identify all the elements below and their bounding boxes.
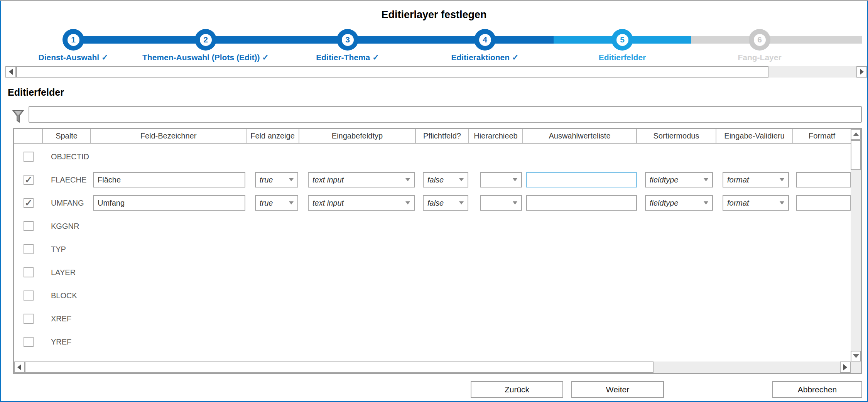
chevron-down-icon — [405, 201, 410, 204]
table-body: OBJECTID ✓ FLAECHE true text input false… — [14, 144, 851, 361]
table-row: KGGNR — [14, 215, 851, 238]
scroll-left-button[interactable] — [14, 361, 25, 373]
scrollbar-thumb[interactable] — [16, 66, 768, 78]
chevron-down-icon — [459, 178, 464, 181]
step-label: Fang-Layer — [738, 53, 781, 62]
column-name: OBJECTID — [43, 152, 89, 161]
step-label: Editier-Thema ✓ — [316, 53, 379, 62]
step-circle[interactable]: 4 — [474, 29, 496, 51]
table-row: TYP — [14, 238, 851, 261]
step-circle[interactable]: 2 — [195, 29, 216, 51]
step-number: 4 — [479, 34, 491, 46]
step-number: 3 — [342, 34, 354, 46]
step-circle[interactable]: 1 — [62, 29, 84, 51]
row-checkbox[interactable] — [24, 314, 34, 324]
column-name: XREF — [43, 314, 71, 323]
scroll-right-button[interactable] — [840, 361, 851, 373]
column-name: BLOCK — [43, 291, 77, 300]
formatfeld-input[interactable] — [796, 172, 851, 187]
chevron-down-icon — [704, 178, 708, 181]
row-checkbox[interactable] — [24, 221, 34, 231]
table-vertical-scrollbar[interactable] — [851, 129, 861, 373]
header-checkbox-col — [14, 129, 43, 143]
step-circle[interactable]: 5 — [611, 29, 633, 51]
header-auswahlwerteliste: Auswahlwerteliste — [523, 129, 637, 143]
back-button[interactable]: Zurück — [471, 381, 563, 398]
feld-bezeichner-input[interactable] — [93, 172, 245, 187]
scroll-right-button[interactable] — [856, 66, 867, 78]
table-row: ✓ FLAECHE true text input false fieldtyp… — [14, 168, 851, 191]
header-feld-bezeichner: Feld-Bezeichner — [91, 129, 247, 143]
formatfeld-input[interactable] — [796, 195, 851, 211]
dropdown-value: true — [260, 199, 273, 208]
scroll-left-icon — [9, 69, 13, 75]
eingabefeldtyp-dropdown[interactable]: text input — [308, 195, 415, 211]
scroll-right-icon — [860, 69, 864, 75]
header-feld-anzeigen: Feld anzeige — [247, 129, 299, 143]
pflichtfeld-dropdown[interactable]: false — [423, 172, 468, 187]
column-name: TYP — [43, 245, 66, 254]
scroll-up-icon — [853, 132, 859, 136]
table-horizontal-scrollbar[interactable] — [14, 361, 851, 373]
chevron-down-icon — [780, 201, 784, 204]
feld-bezeichner-input[interactable] — [93, 195, 245, 211]
scroll-up-button[interactable] — [851, 129, 861, 140]
cancel-button[interactable]: Abbrechen — [772, 381, 862, 398]
scroll-left-button[interactable] — [5, 66, 16, 78]
eingabefeldtyp-dropdown[interactable]: text input — [308, 172, 415, 187]
chevron-down-icon — [513, 201, 517, 204]
chevron-down-icon — [780, 178, 784, 181]
wizard-horizontal-scrollbar[interactable] — [5, 66, 867, 78]
step-label: Editieraktionen ✓ — [451, 53, 518, 62]
step-circle[interactable]: 3 — [337, 29, 358, 51]
row-checkbox[interactable] — [24, 337, 34, 347]
auswahlwerteliste-input[interactable] — [526, 195, 637, 211]
dropdown-value: text input — [312, 176, 344, 184]
step-number: 6 — [754, 34, 766, 46]
feld-anzeigen-dropdown[interactable]: true — [255, 195, 298, 211]
row-checkbox[interactable]: ✓ — [24, 175, 34, 185]
table-row: ✓ UMFANG true text input false fieldtype… — [14, 191, 851, 215]
row-checkbox[interactable] — [24, 291, 34, 301]
hierarchieebene-dropdown[interactable] — [480, 172, 522, 187]
dropdown-value: fieldtype — [650, 176, 679, 184]
dropdown-value: false — [427, 176, 444, 184]
step-circle[interactable]: 6 — [749, 29, 770, 51]
header-spalte: Spalte — [43, 129, 91, 143]
dropdown-value: text input — [312, 199, 344, 208]
pflichtfeld-dropdown[interactable]: false — [423, 195, 468, 211]
row-checkbox[interactable]: ✓ — [24, 198, 34, 208]
row-checkbox[interactable] — [24, 152, 34, 162]
wizard-progress: 1 Dienst-Auswahl ✓ 2 Themen-Auswahl (Plo… — [1, 22, 867, 66]
filter-input[interactable] — [29, 106, 862, 123]
chevron-down-icon — [289, 201, 294, 204]
eingabe-validierung-dropdown[interactable]: format — [723, 172, 789, 187]
chevron-down-icon — [459, 201, 464, 204]
table-header-row: Spalte Feld-Bezeichner Feld anzeige Eing… — [14, 129, 851, 144]
hierarchieebene-dropdown[interactable] — [480, 195, 522, 211]
header-eingabe-validierung: Eingabe-Validieru — [716, 129, 793, 143]
column-name: FLAECHE — [43, 176, 86, 184]
scrollbar-thumb[interactable] — [25, 361, 654, 373]
column-name: YREF — [43, 338, 71, 346]
scrollbar-corner — [851, 361, 861, 373]
scroll-down-button[interactable] — [851, 351, 861, 361]
dropdown-value: format — [727, 176, 749, 184]
eingabe-validierung-dropdown[interactable]: format — [723, 195, 789, 211]
scrollbar-track[interactable] — [851, 170, 861, 351]
column-name: LAYER — [43, 268, 76, 277]
scrollbar-thumb[interactable] — [851, 140, 861, 170]
row-checkbox[interactable] — [24, 267, 34, 277]
feld-anzeigen-dropdown[interactable]: true — [255, 172, 298, 187]
dropdown-value: fieldtype — [650, 199, 679, 208]
row-checkbox[interactable] — [24, 244, 34, 254]
sortiermodus-dropdown[interactable]: fieldtype — [645, 172, 713, 187]
filter-funnel-icon — [12, 110, 25, 125]
table-row: BLOCK — [14, 284, 851, 307]
sortiermodus-dropdown[interactable]: fieldtype — [645, 195, 713, 211]
editierfelder-table: Spalte Feld-Bezeichner Feld anzeige Eing… — [13, 128, 862, 374]
next-button[interactable]: Weiter — [571, 381, 664, 398]
step-label: Dienst-Auswahl ✓ — [39, 53, 108, 62]
auswahlwerteliste-input[interactable] — [526, 172, 637, 187]
table-row: LAYER — [14, 261, 851, 284]
